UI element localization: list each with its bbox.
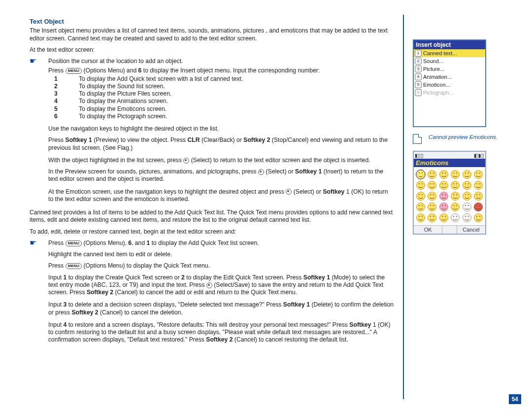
emoticon-icon — [474, 192, 483, 201]
emoticon-icon — [451, 213, 460, 222]
page-note-icon — [413, 134, 422, 144]
b3: Press MENU (Options Menu) to display the… — [48, 262, 394, 270]
page-number: 54 — [509, 394, 521, 404]
emoticon-icon — [439, 203, 448, 211]
emoticon-icon — [416, 170, 425, 179]
phone-menu-item: 4Animation... — [414, 73, 485, 81]
emoticon-icon — [416, 203, 425, 211]
intro-para: The Insert object menu provides a list o… — [30, 27, 394, 42]
select-key-icon — [286, 189, 292, 195]
canned-para: Canned text provides a list of items to … — [30, 209, 394, 224]
softkey-ok: OK — [414, 226, 442, 234]
at-editor: At the text editor screen: — [30, 46, 394, 54]
emoticon-icon — [451, 181, 460, 190]
signal-icon: ▮▯▯ — [415, 153, 424, 158]
emoticon-grid — [414, 167, 485, 225]
emoticon-icon — [439, 213, 448, 222]
emoticon-icon — [463, 170, 471, 179]
emoticon-icon — [428, 203, 436, 211]
step-position: Position the cursor at the location to a… — [48, 58, 183, 65]
emoticon-icon — [416, 213, 425, 222]
phone-titlebar: Emoticons — [414, 159, 485, 167]
select-key-icon — [206, 282, 212, 288]
phone-statusbar: ▮▯▯ ◧▮▯ — [414, 152, 485, 159]
battery-icon: ◧▮▯ — [474, 153, 484, 158]
emoticon-icon — [463, 203, 471, 211]
emoticon-icon — [428, 192, 436, 201]
b1: Press MENU (Options Menu), 6, and 1 to d… — [48, 240, 259, 247]
insert-menu-list: 1To display the Add Quick text screen wi… — [54, 75, 394, 121]
menu-key-icon: MENU — [66, 263, 82, 269]
emoticon-icon — [463, 181, 471, 190]
phone-softkeys: OK Cancel — [414, 225, 485, 234]
menu-key-icon: MENU — [66, 68, 82, 74]
emoticon-icon — [474, 170, 483, 179]
pointer-icon: ☛ — [30, 58, 48, 65]
emoticon-icon — [474, 203, 483, 211]
select-line: With the object highlighted in the list … — [48, 157, 394, 164]
step-row: ☛ Press MENU (Options Menu), 6, and 1 to… — [30, 240, 394, 247]
emoticon-icon — [463, 213, 471, 222]
phone-menu-item: 2Sound... — [414, 57, 485, 65]
preview-screen-line: In the Preview screen for sounds, pictur… — [48, 168, 394, 183]
phone-menu-item: 6Pictograph... — [414, 89, 485, 97]
cannot-preview-note: Cannot preview Emoticons. — [413, 134, 511, 144]
emoticon-icon — [439, 170, 448, 179]
preview-line: Press Softkey 1 (Preview) to view the ob… — [48, 137, 394, 152]
emoticon-icon — [463, 192, 471, 201]
emoticon-icon — [451, 192, 460, 201]
softkey-mid — [442, 226, 457, 234]
emoticon-icon — [451, 203, 460, 211]
emoticon-icon — [416, 192, 425, 201]
phone-titlebar: Insert object — [414, 40, 485, 49]
menu-key-icon: MENU — [66, 240, 82, 246]
b6: Input 4 to restore and a screen displays… — [48, 321, 394, 344]
step-press-menu: Press MENU (Options Menu) and 6 to displ… — [48, 67, 394, 74]
sidebar: Insert object 1Canned text... 2Sound... … — [413, 15, 511, 411]
phone-menu-item: 3Picture... — [414, 65, 485, 73]
emoticon-icon — [428, 170, 436, 179]
b4: Input 1 to display the Create Quick Text… — [48, 274, 394, 297]
phone-menu-item: 1Canned text... — [414, 49, 485, 57]
emoticon-icon — [474, 213, 483, 222]
pointer-icon: ☛ — [30, 240, 48, 246]
vertical-divider — [403, 15, 404, 399]
insert-object-screenshot: Insert object 1Canned text... 2Sound... … — [413, 39, 486, 127]
emoticon-line: At the Emoticon screen, use the navigati… — [48, 188, 394, 204]
step-row: ☛ Position the cursor at the location to… — [30, 58, 394, 65]
emoticon-icon — [439, 192, 448, 201]
section-title: Text Object — [30, 18, 394, 26]
b5: Input 3 to delete and a decision screen … — [48, 301, 394, 316]
emoticon-icon — [439, 181, 448, 190]
emoticon-icon — [451, 170, 460, 179]
emoticon-icon — [428, 181, 436, 190]
emoticon-icon — [474, 181, 483, 190]
select-key-icon — [183, 158, 189, 164]
softkey-cancel: Cancel — [457, 226, 485, 234]
use-nav: Use the navigation keys to highlight the… — [48, 125, 394, 133]
emoticons-screenshot: ▮▯▯ ◧▮▯ Emoticons — [413, 151, 486, 235]
b2: Highlight the canned text item to edit o… — [48, 251, 394, 258]
phone-menu-item: 5Emoticon... — [414, 81, 485, 89]
emoticon-icon — [416, 181, 425, 190]
main-content: Text Object The Insert object menu provi… — [30, 15, 394, 411]
select-key-icon — [258, 169, 264, 175]
to-add: To add, edit, delete or restore canned t… — [30, 228, 394, 236]
emoticon-icon — [428, 213, 436, 222]
